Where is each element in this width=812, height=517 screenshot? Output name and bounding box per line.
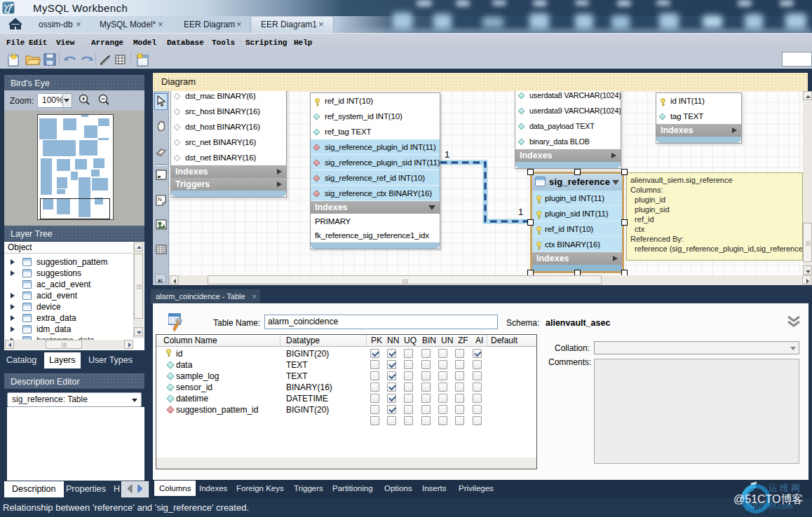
svg-text:N: N [158,196,162,202]
